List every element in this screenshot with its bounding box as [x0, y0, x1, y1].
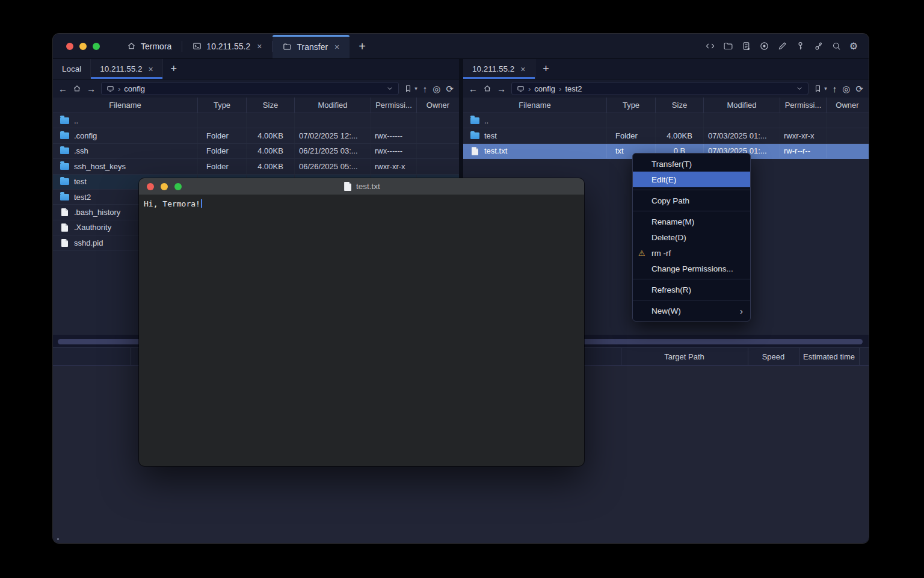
file-row[interactable]: ssh_host_keys Folder 4.00KB 06/26/2025 0…: [53, 159, 459, 174]
column-target-path[interactable]: Target Path: [621, 348, 748, 365]
terminal-icon: [192, 42, 202, 51]
menu-item-copy-path[interactable]: Copy Path: [633, 193, 750, 208]
tab-termora-home[interactable]: Termora: [117, 34, 182, 58]
file-row[interactable]: .ssh Folder 4.00KB 06/21/2025 03:... rwx…: [53, 144, 459, 159]
file-row[interactable]: .config Folder 4.00KB 07/02/2025 12:... …: [53, 128, 459, 143]
path-crumb[interactable]: config: [534, 84, 555, 93]
path-bar[interactable]: › config: [101, 82, 399, 95]
tab-remote-10-211-55-2[interactable]: 10.211.55.2 ×: [91, 59, 163, 79]
home-button[interactable]: [483, 84, 491, 93]
menu-item-new[interactable]: New(W) ›: [633, 303, 750, 319]
column-owner[interactable]: Owner: [417, 98, 459, 113]
folder-icon[interactable]: [723, 41, 733, 51]
refresh-icon[interactable]: ⟳: [855, 84, 863, 93]
file-name: ..: [74, 116, 78, 125]
menu-separator: [633, 279, 750, 279]
file-size: [656, 113, 704, 128]
search-icon[interactable]: [831, 41, 842, 51]
zoom-window-button[interactable]: [93, 43, 100, 50]
close-tab-icon[interactable]: ×: [257, 42, 262, 51]
menu-separator: [633, 300, 750, 300]
tab-ssh-session[interactable]: 10.211.55.2 ×: [182, 34, 272, 58]
right-table-header: Filename Type Size Modified Permissi... …: [463, 98, 869, 113]
computer-icon: [106, 85, 114, 93]
forward-button[interactable]: →: [87, 84, 96, 93]
file-row[interactable]: ..: [53, 113, 459, 128]
close-tab-icon[interactable]: ×: [334, 42, 339, 52]
edit-pencil-icon[interactable]: [777, 41, 787, 51]
path-crumb[interactable]: config: [124, 84, 145, 93]
file-modified: 06/21/2025 03:...: [295, 144, 371, 158]
forward-button[interactable]: →: [497, 84, 506, 93]
path-crumb[interactable]: test2: [565, 84, 582, 93]
file-size: [247, 113, 295, 128]
minimize-window-button[interactable]: [79, 43, 87, 50]
settings-gear-icon[interactable]: ⚙: [849, 40, 858, 52]
tab-local[interactable]: Local: [53, 59, 91, 79]
file-icon: [472, 147, 478, 155]
column-permissions[interactable]: Permissi...: [780, 98, 827, 113]
log-file-icon[interactable]: [741, 41, 751, 51]
bookmark-icon[interactable]: [404, 84, 412, 93]
column-type[interactable]: Type: [607, 98, 656, 113]
chevron-down-icon[interactable]: [386, 85, 393, 92]
back-button[interactable]: ←: [58, 84, 67, 93]
file-row[interactable]: ..: [463, 113, 869, 128]
close-window-button[interactable]: [147, 183, 154, 190]
column-modified[interactable]: Modified: [704, 98, 780, 113]
column-size[interactable]: Size: [656, 98, 704, 113]
menu-item-edit[interactable]: Edit(E): [633, 172, 750, 187]
column-permissions[interactable]: Permissi...: [371, 98, 417, 113]
editor-content[interactable]: Hi, Termora!: [139, 195, 584, 213]
menu-item-change-permissions[interactable]: Change Permissions...: [633, 261, 750, 276]
minimize-window-button[interactable]: [161, 183, 168, 190]
column-size[interactable]: Size: [247, 98, 295, 113]
menu-item-transfer[interactable]: Transfer(T): [633, 156, 750, 172]
crumb-separator: ›: [559, 84, 561, 93]
home-button[interactable]: [73, 84, 81, 93]
bookmark-caret-icon[interactable]: ▾: [824, 85, 827, 92]
show-hidden-files-icon[interactable]: ◎: [433, 84, 440, 93]
column-owner[interactable]: Owner: [827, 98, 868, 113]
keychain-icon[interactable]: [813, 41, 824, 51]
back-button[interactable]: ←: [469, 84, 478, 93]
column-modified[interactable]: Modified: [295, 98, 371, 113]
close-window-button[interactable]: [66, 43, 73, 50]
folder-icon: [60, 178, 69, 185]
column-estimated-time[interactable]: Estimated time: [799, 348, 859, 365]
right-panel-tabs: 10.211.55.2 × +: [463, 59, 869, 79]
file-row[interactable]: test Folder 4.00KB 07/03/2025 01:... rwx…: [463, 128, 869, 143]
menu-item-refresh[interactable]: Refresh(R): [633, 282, 750, 297]
bookmark-caret-icon[interactable]: ▾: [414, 85, 417, 92]
show-hidden-files-icon[interactable]: ◎: [842, 84, 850, 93]
resize-grip[interactable]: [57, 538, 59, 540]
column-filename[interactable]: Filename: [463, 98, 607, 113]
column-type[interactable]: Type: [198, 98, 247, 113]
text-cursor: [201, 199, 203, 208]
file-permissions: rwx------: [371, 128, 417, 143]
parent-directory-button[interactable]: ↑: [833, 84, 837, 93]
new-tab-button[interactable]: +: [350, 40, 375, 52]
bookmark-icon[interactable]: [814, 84, 822, 93]
key-icon[interactable]: [795, 41, 805, 51]
refresh-icon[interactable]: ⟳: [446, 84, 454, 93]
tab-remote-10-211-55-2[interactable]: 10.211.55.2 ×: [463, 59, 535, 79]
file-size: 4.00KB: [247, 159, 295, 173]
path-bar[interactable]: › config › test2: [511, 82, 808, 95]
close-tab-icon[interactable]: ×: [520, 64, 525, 74]
chevron-down-icon[interactable]: [796, 85, 803, 92]
new-panel-tab-button[interactable]: +: [163, 59, 185, 79]
zoom-window-button[interactable]: [174, 183, 182, 190]
record-macro-icon[interactable]: [759, 41, 769, 51]
close-tab-icon[interactable]: ×: [149, 64, 153, 74]
menu-item-rm-rf[interactable]: ⚠ rm -rf: [633, 245, 750, 261]
menu-item-delete[interactable]: Delete(D): [633, 229, 750, 245]
file-permissions: rwxr-xr-x: [371, 159, 417, 173]
tab-transfer[interactable]: Transfer ×: [273, 35, 350, 58]
column-filename[interactable]: Filename: [53, 98, 198, 113]
menu-item-rename[interactable]: Rename(M): [633, 214, 750, 229]
new-panel-tab-button[interactable]: +: [535, 59, 557, 79]
parent-directory-button[interactable]: ↑: [423, 84, 428, 93]
code-icon[interactable]: [705, 41, 715, 51]
column-speed[interactable]: Speed: [748, 348, 799, 365]
